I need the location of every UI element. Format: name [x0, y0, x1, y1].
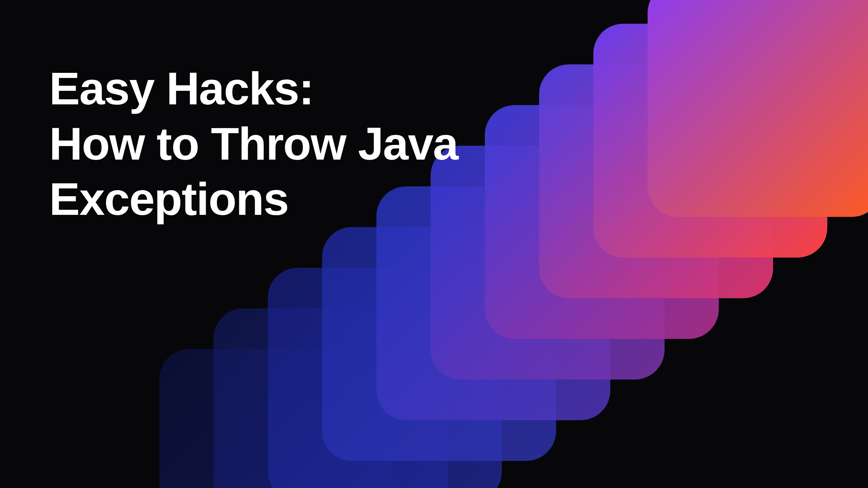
title-line-3: Exceptions [49, 171, 458, 227]
gradient-card [648, 0, 868, 217]
hero-title: Easy Hacks: How to Throw Java Exceptions [49, 61, 458, 227]
title-line-2: How to Throw Java [49, 116, 458, 171]
title-line-1: Easy Hacks: [49, 61, 458, 116]
